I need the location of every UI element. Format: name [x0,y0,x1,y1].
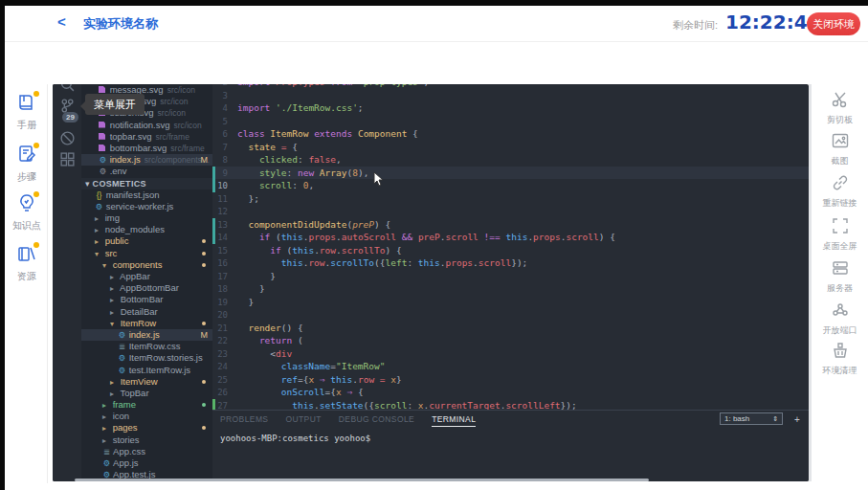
search-icon[interactable] [59,84,76,93]
code-token: scrollTo [342,245,386,256]
code-line-3[interactable]: 3 [212,89,809,102]
tool-item-环境清理[interactable]: 环境清理 [812,341,868,377]
open-editor-row[interactable]: ⚙ index.jssrc/components…M [81,154,212,166]
open-editor-row[interactable]: notification.svgsrc/icon [81,120,212,131]
editor-horizontal-scrollbar[interactable] [75,479,649,481]
code-line-17[interactable]: 17 } [212,270,809,283]
code-line-15[interactable]: 15 if (this.row.scrollTo) { [212,244,809,257]
tree-row-public[interactable]: ▸ public [81,235,212,247]
code-line-26[interactable]: 26 onScroll={x ⇒ { [212,386,809,399]
code-pane[interactable]: 2import PropTypes from 'prop-types';34im… [212,84,809,410]
resource-box-icon [15,243,38,266]
open-editor-row[interactable]: topbar.svgsrc/frame [81,131,212,143]
sidebar-item-4-资源[interactable]: 资源 [5,243,49,283]
code-line-12[interactable]: 12 [212,205,809,218]
tree-row-index.js[interactable]: ⚙ index.jsM [81,329,212,341]
tree-row-AppBottomBar[interactable]: ▸ AppBottomBar [81,282,212,294]
code-line-21[interactable]: 21 render() { [212,322,809,335]
code-line-23[interactable]: 23 <div [212,347,809,361]
sidebar-item-2-步骤[interactable]: 步骤 [5,144,49,184]
debug-icon[interactable] [59,130,76,146]
gutter-modified-mark [212,167,215,180]
explorer-section-cosmetics[interactable]: ▾ COSMETICS [81,178,212,189]
shell-select[interactable]: 1: bash ⇕ [720,412,783,425]
code-line-9[interactable]: 9 style: new Array(8), [212,167,809,180]
tree-row-img[interactable]: ▸ img [81,212,212,224]
new-terminal-button[interactable]: + [790,412,804,426]
code-token: }); [561,400,577,411]
tree-row-manifest.json[interactable]: {} manifest.json [81,189,212,201]
code-line-7[interactable]: 7 state = { [212,141,809,154]
sidebar-item-1-手册[interactable]: 手册 [5,92,49,132]
tree-row-test.ItemRow.js[interactable]: ⚙ test.ItemRow.js [81,365,212,376]
code-token: class [237,128,265,139]
tree-row-App.css[interactable]: ≣ App.css [81,446,212,457]
line-number: 6 [212,128,237,142]
tree-row-node_modules[interactable]: ▸ node_modules [81,224,212,235]
tool-item-剪切板[interactable]: 剪切板 [812,90,868,126]
open-editor-row[interactable]: ⚙ .env [81,166,212,177]
tree-row-ItemRow.stories.js[interactable]: ⚙ ItemRow.stories.js [81,352,212,364]
json-file-icon: {} [95,189,103,201]
tree-row-ItemRow.css[interactable]: ≣ ItemRow.css [81,341,212,352]
tree-row-pages[interactable]: ▸ pages [81,422,212,434]
relink-icon [831,173,850,192]
tree-item-name: img [102,212,120,223]
sidebar-item-3-知识点[interactable]: 知识点 [5,192,49,233]
close-environment-button[interactable]: 关闭环境 [807,12,860,35]
tool-item-桌面全屏[interactable]: 桌面全屏 [812,216,868,253]
code-token: 'prop-types' [358,84,424,87]
open-editor-row[interactable]: bottombar.svgsrc/frame [81,143,212,154]
code-line-20[interactable]: 20 [212,308,809,322]
code-line-16[interactable]: 16 this.row.scrollTo({left: this.props.s… [212,256,809,270]
code-token: < [237,348,276,359]
code-line-5[interactable]: 5 [212,115,809,128]
code-line-27[interactable]: 27 this.setState({scroll: x.currentTarge… [212,399,809,411]
code-line-14[interactable]: 14 if (this.props.autoScroll && preP.scr… [212,231,809,244]
tree-row-src[interactable]: ▾ src [81,248,212,259]
tree-row-stories[interactable]: ▸ stories [81,434,212,446]
tool-item-重新链接[interactable]: 重新链接 [812,173,868,210]
modified-badge: M [201,329,209,341]
tree-row-ItemRow[interactable]: ▾ ItemRow [81,318,212,329]
code-line-8[interactable]: 8 clicked: false, [212,153,809,167]
code-line-18[interactable]: 18 } [212,282,809,296]
code-line-11[interactable]: 11 }; [212,192,809,206]
tree-row-frame[interactable]: ▸ frame [81,399,212,411]
extensions-icon[interactable] [59,151,76,167]
tree-row-BottomBar[interactable]: ▸ BottomBar [81,294,212,305]
tool-item-截图[interactable]: 截图 [812,131,868,167]
tree-row-TopBar[interactable]: ▸ TopBar [81,388,212,399]
code-line-13[interactable]: 13 componentDidUpdate(preP) { [212,218,809,232]
line-number: 23 [212,348,237,362]
tree-row-AppBar[interactable]: ▸ AppBar [81,271,212,282]
panel-tab-output[interactable]: OUTPUT [285,414,321,427]
tree-row-ItemView[interactable]: ▸ ItemView [81,376,212,388]
code-line-22[interactable]: 22 return ( [212,334,809,347]
code-line-4[interactable]: 4import './ItemRow.css'; [212,101,809,115]
tool-item-服务器[interactable]: 服务器 [812,258,868,295]
code-line-24[interactable]: 24 className="ItemRow" [212,360,809,373]
tool-item-开放端口[interactable]: 开放端口 [812,301,868,337]
panel-tab-terminal[interactable]: TERMINAL [432,414,476,427]
code-token: scroll [479,257,511,268]
tree-row-DetailBar[interactable]: ▸ DetailBar [81,306,212,318]
code-token: new [298,167,314,178]
clipboard-scissors-icon [831,90,850,109]
tree-row-icon[interactable]: ▸ icon [81,411,212,422]
back-icon[interactable]: < [57,13,66,30]
terminal-prompt[interactable]: yoohoos-MBP:cosmetics yoohoo$ [220,434,370,443]
panel-tab-problems[interactable]: PROBLEMS [220,414,268,427]
tree-row-components[interactable]: ▾ components [81,259,212,271]
code-token: ), [358,167,368,178]
code-line-10[interactable]: 10 scroll: 0, [212,179,809,192]
code-line-19[interactable]: 19 } [212,296,809,309]
panel-tab-debug-console[interactable]: DEBUG CONSOLE [339,414,414,427]
code-line-25[interactable]: 25 ref={x ⇒ this.row = x} [212,373,809,387]
code-line-6[interactable]: 6class ItemRow extends Component { [212,127,809,141]
tree-item-name: App.css [111,446,145,457]
tree-item-name: AppBar [118,271,150,281]
tree-row-service-worker.js[interactable]: ⚙ service-worker.js [81,201,212,212]
tool-item-label: 剪切板 [812,114,868,126]
tree-row-App.js[interactable]: ⚙ App.js [81,457,212,469]
